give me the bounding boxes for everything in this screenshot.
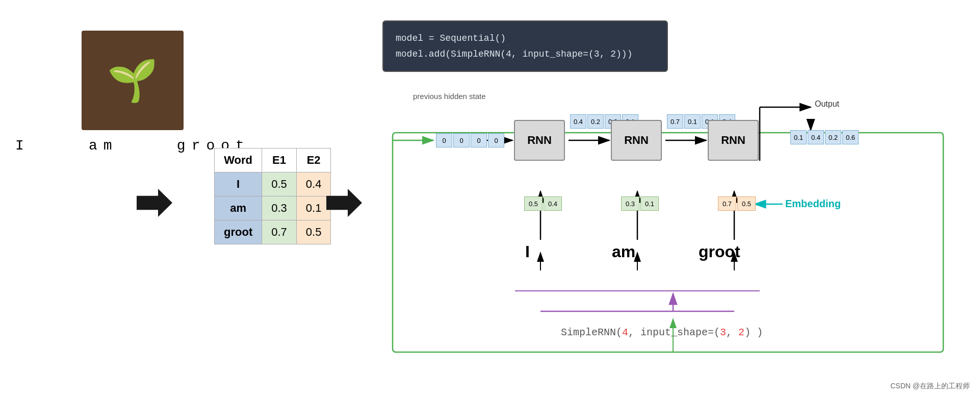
word-label-am: am [612, 242, 635, 261]
emb-cell: 0.7 [718, 196, 736, 211]
embedding-label: Embedding [785, 198, 841, 210]
col-header-e1: E1 [262, 148, 297, 172]
table-row: am 0.3 0.1 [215, 196, 331, 220]
col-header-word: Word [215, 148, 262, 172]
hidden-cell: 0 [436, 133, 452, 147]
embedding-table-section: Word E1 E2 I 0.5 0.4 am 0.3 0.1 groot 0.… [214, 148, 331, 244]
hidden-cell: 0.2 [587, 114, 604, 129]
word-cell-i: I [215, 172, 262, 196]
code-box: model = Sequential() model.add(SimpleRNN… [382, 20, 668, 72]
emb-groot: 0.7 0.5 [718, 196, 756, 211]
hidden-cell: 0 [453, 133, 470, 147]
arrow-1 [137, 189, 172, 217]
e1-cell-am: 0.3 [262, 196, 297, 220]
col-header-e2: E2 [296, 148, 331, 172]
word-cell-groot: groot [215, 220, 262, 244]
output-cell: 0.2 [825, 130, 841, 144]
output-cell: 0.6 [842, 130, 859, 144]
rnn-section: model = Sequential() model.add(SimpleRNN… [382, 20, 964, 383]
hidden-cell: 0.4 [570, 114, 586, 129]
hidden-cell: 0.1 [684, 114, 701, 129]
e2-cell-groot: 0.5 [296, 220, 331, 244]
left-section: I am groot [15, 31, 250, 154]
e2-cell-i: 0.4 [296, 172, 331, 196]
emb-cell: 0.5 [737, 196, 756, 211]
prev-hidden-label: previous hidden state [413, 92, 486, 101]
emb-cell: 0.5 [524, 196, 543, 211]
emb-i: 0.5 0.4 [524, 196, 562, 211]
arrow-2 [326, 189, 362, 217]
hidden-cell: 0 [471, 133, 487, 147]
emb-cell: 0.4 [544, 196, 562, 211]
embedding-table: Word E1 E2 I 0.5 0.4 am 0.3 0.1 groot 0.… [214, 148, 331, 244]
rnn-box-1: RNN [514, 120, 565, 161]
code-line-1: model = Sequential() [396, 31, 655, 46]
code-line-2: model.add(SimpleRNN(4, input_shape=(3, 2… [396, 46, 655, 62]
simplernn-label: SimpleRNN(4, input_shape=(3, 2) ) [561, 327, 763, 338]
rnn-box-2: RNN [611, 120, 662, 161]
groot-image [82, 31, 184, 130]
e1-cell-groot: 0.7 [262, 220, 297, 244]
e2-cell-am: 0.1 [296, 196, 331, 220]
output-cell: 0.4 [808, 130, 824, 144]
svg-rect-0 [393, 133, 943, 352]
hidden-cell: 0.7 [667, 114, 683, 129]
emb-cell: 0.3 [621, 196, 639, 211]
output-cell: 0.1 [790, 130, 807, 144]
table-row: groot 0.7 0.5 [215, 220, 331, 244]
e1-cell-i: 0.5 [262, 172, 297, 196]
watermark: CSDN @在路上的工程师 [890, 382, 970, 391]
word-label-i: I [525, 242, 530, 261]
rnn-box-3: RNN [708, 120, 759, 161]
initial-hidden-state: 0 0 0 0 [436, 133, 504, 147]
output-label: Output [815, 100, 839, 109]
emb-cell: 0.1 [640, 196, 659, 211]
table-row: I 0.5 0.4 [215, 172, 331, 196]
word-label-groot: groot [699, 242, 740, 261]
rnn-diagram: previous hidden state 0 0 0 0 RNN 0.4 0.… [382, 92, 959, 378]
emb-am: 0.3 0.1 [621, 196, 659, 211]
hidden-cell: 0 [488, 133, 504, 147]
word-cell-am: am [215, 196, 262, 220]
output-values: 0.1 0.4 0.2 0.6 [790, 130, 859, 144]
